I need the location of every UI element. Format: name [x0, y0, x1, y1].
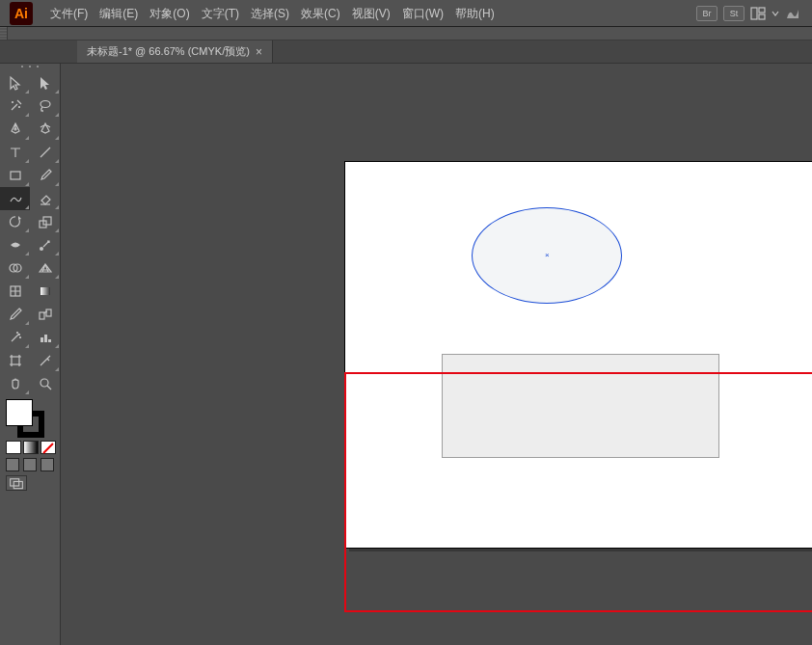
hand-tool[interactable]	[0, 372, 30, 395]
eraser-tool[interactable]	[30, 187, 60, 210]
arrange-documents-icon[interactable]	[750, 7, 766, 20]
svg-rect-22	[41, 337, 43, 342]
color-mode-button[interactable]	[6, 441, 21, 454]
gradient-tool[interactable]	[30, 280, 60, 303]
paintbrush-tool[interactable]	[30, 164, 60, 187]
menubar: Ai 文件(F) 编辑(E) 对象(O) 文字(T) 选择(S) 效果(C) 视…	[0, 0, 812, 27]
svg-line-27	[47, 386, 51, 390]
eyedropper-tool[interactable]	[0, 303, 30, 326]
none-mode-button[interactable]	[41, 441, 56, 454]
document-tab[interactable]: 未标题-1* @ 66.67% (CMYK/预览) ×	[77, 40, 273, 63]
workspace: ×	[0, 64, 812, 645]
svg-rect-28	[11, 479, 19, 486]
app-logo: Ai	[10, 2, 33, 25]
svg-point-19	[18, 335, 19, 336]
artboard-tool[interactable]	[0, 349, 30, 372]
rectangle-shape[interactable]	[442, 354, 719, 458]
svg-rect-16	[41, 287, 50, 295]
menu-view[interactable]: 视图(V)	[346, 0, 396, 27]
slice-tool[interactable]	[30, 349, 60, 372]
menu-file[interactable]: 文件(F)	[44, 0, 94, 27]
blend-tool[interactable]	[30, 303, 60, 326]
artboard: ×	[345, 162, 812, 548]
tab-close-icon[interactable]: ×	[256, 45, 262, 59]
svg-rect-2	[759, 14, 765, 19]
rectangle-tool[interactable]	[0, 164, 30, 187]
column-graph-tool[interactable]	[30, 326, 60, 349]
ellipse-center-mark: ×	[545, 254, 549, 257]
swatch-area	[0, 395, 60, 497]
rotate-tool[interactable]	[0, 210, 30, 233]
menu-window[interactable]: 窗口(W)	[396, 0, 449, 27]
line-tool[interactable]	[30, 141, 60, 164]
svg-rect-24	[48, 339, 51, 342]
svg-point-3	[12, 102, 13, 103]
ellipse-shape[interactable]: ×	[472, 207, 622, 304]
draw-normal-button[interactable]	[6, 458, 19, 471]
svg-point-21	[19, 337, 20, 338]
canvas[interactable]: ×	[61, 64, 812, 645]
symbol-sprayer-tool[interactable]	[0, 326, 30, 349]
document-tab-title: 未标题-1* @ 66.67% (CMYK/预览)	[87, 44, 250, 59]
svg-line-7	[41, 148, 50, 157]
zoom-tool[interactable]	[30, 372, 60, 395]
menu-edit[interactable]: 编辑(E)	[94, 0, 144, 27]
svg-point-5	[41, 101, 50, 108]
bridge-icon[interactable]: Br	[696, 6, 717, 21]
tool-grid	[0, 71, 60, 395]
stock-icon[interactable]: St	[723, 6, 744, 21]
selection-tool[interactable]	[0, 71, 30, 94]
control-bar-handle[interactable]	[0, 27, 8, 40]
tools-panel	[0, 64, 61, 645]
magic-wand-tool[interactable]	[0, 94, 30, 118]
svg-rect-23	[44, 335, 47, 342]
svg-point-4	[18, 107, 19, 108]
lasso-tool[interactable]	[30, 94, 60, 118]
draw-inside-button[interactable]	[41, 458, 54, 471]
mesh-tool[interactable]	[0, 280, 30, 303]
menubar-right: Br St	[696, 6, 812, 21]
tools-grip[interactable]	[0, 64, 60, 71]
gpu-icon[interactable]	[785, 7, 800, 20]
draw-behind-button[interactable]	[23, 458, 37, 471]
screen-mode-button[interactable]	[6, 475, 27, 491]
fill-swatch[interactable]	[6, 399, 33, 426]
free-transform-tool[interactable]	[30, 233, 60, 256]
menu-effect[interactable]: 效果(C)	[295, 0, 346, 27]
shaper-tool[interactable]	[0, 187, 30, 210]
scale-tool[interactable]	[30, 210, 60, 233]
menu-select[interactable]: 选择(S)	[245, 0, 295, 27]
width-tool[interactable]	[0, 233, 30, 256]
svg-rect-29	[14, 481, 22, 488]
perspective-grid-tool[interactable]	[30, 256, 60, 280]
gradient-mode-button[interactable]	[23, 441, 39, 454]
svg-point-26	[41, 379, 48, 387]
type-tool[interactable]	[0, 141, 30, 164]
curvature-tool[interactable]	[30, 118, 60, 141]
svg-rect-8	[11, 172, 20, 179]
menu-help[interactable]: 帮助(H)	[449, 0, 501, 27]
chevron-down-icon[interactable]	[771, 10, 779, 17]
svg-rect-1	[759, 8, 765, 13]
svg-rect-18	[46, 309, 51, 316]
menu-object[interactable]: 对象(O)	[144, 0, 195, 27]
shape-builder-tool[interactable]	[0, 256, 30, 280]
document-tab-bar: 未标题-1* @ 66.67% (CMYK/预览) ×	[0, 40, 812, 64]
svg-rect-25	[12, 357, 19, 364]
fill-stroke-swatch[interactable]	[6, 399, 44, 438]
control-bar	[0, 27, 812, 40]
menu-items: 文件(F) 编辑(E) 对象(O) 文字(T) 选择(S) 效果(C) 视图(V…	[44, 0, 501, 27]
menu-type[interactable]: 文字(T)	[196, 0, 245, 27]
direct-selection-tool[interactable]	[30, 71, 60, 94]
pen-tool[interactable]	[0, 118, 30, 141]
svg-point-12	[40, 247, 43, 251]
svg-rect-0	[751, 8, 757, 19]
svg-point-20	[16, 333, 17, 334]
